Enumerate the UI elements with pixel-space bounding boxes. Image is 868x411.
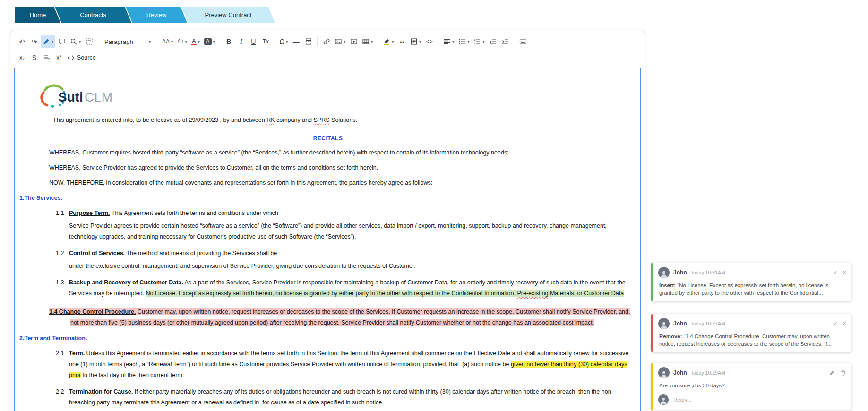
tracked-insertion[interactable]: No License. Except as expressly set fort… bbox=[146, 290, 624, 297]
italic-button[interactable]: I bbox=[235, 35, 247, 48]
comment-text: “No License. Except as expressly set for… bbox=[659, 283, 828, 296]
contract-document: Suti CLM This agreement is entered into,… bbox=[15, 68, 640, 408]
reject-change-button[interactable]: × bbox=[843, 270, 846, 275]
clause-1-1-body: Service Provider agrees to provide certa… bbox=[69, 221, 636, 242]
insert-template-button[interactable]: ▾ bbox=[408, 35, 423, 48]
toolbar-divider bbox=[317, 37, 318, 46]
keyboard-shortcuts-button[interactable] bbox=[517, 35, 529, 48]
whereas-paragraph-2: WHEREAS, Service Provider has agreed to … bbox=[49, 163, 636, 173]
logo-clm-text: CLM bbox=[85, 90, 112, 104]
reject-change-button[interactable]: × bbox=[843, 321, 846, 326]
toolbar-divider bbox=[514, 37, 514, 46]
deleted-clause-title: 1.4 Change Control Procedure. bbox=[49, 308, 136, 315]
block-styles-button[interactable] bbox=[41, 51, 52, 64]
decrease-indent-button[interactable] bbox=[487, 35, 498, 48]
page-break-button[interactable] bbox=[302, 35, 314, 48]
insert-image-button[interactable]: ▾ bbox=[333, 35, 347, 48]
comment-card-insert[interactable]: John Today 10:31AM ✓ × Insert: “No Licen… bbox=[651, 263, 851, 301]
source-button[interactable]: Source bbox=[65, 51, 98, 64]
highlighter-icon bbox=[383, 38, 390, 45]
remove-format-button[interactable]: Tx bbox=[260, 35, 272, 48]
font-size-button[interactable]: A↕▾ bbox=[175, 35, 189, 48]
comment-body: Insert: “No License. Except as expressly… bbox=[659, 282, 846, 297]
now-therefore-paragraph: NOW, THEREFORE, in consideration of the … bbox=[49, 178, 636, 188]
clause-number: 1.1 bbox=[56, 208, 69, 242]
paragraph-style-dropdown[interactable]: Paragraph ▾ bbox=[101, 35, 154, 48]
toolbar-divider bbox=[275, 37, 275, 46]
editor-toolbar: ↶ ↷ ▾ ▾ Paragraph ▾ AA▾ A↕▾ bbox=[10, 30, 645, 67]
font-size-icon: A↕ bbox=[177, 39, 184, 44]
comment-card-question[interactable]: John Today 10:29AM Are you sure ,it is 3… bbox=[651, 363, 851, 411]
clause-title: Purpose Term. bbox=[69, 210, 110, 216]
code-button[interactable]: <> bbox=[423, 35, 435, 48]
text-align-button[interactable]: ▾ bbox=[441, 35, 456, 48]
top-navigation: Home Contracts Review Preview Contract bbox=[15, 7, 275, 23]
bold-button[interactable]: B bbox=[223, 35, 235, 48]
chevron-down-icon: ▾ bbox=[371, 40, 373, 44]
comment-body: Are you sure ,it is 30 days? bbox=[659, 382, 846, 389]
change-type-label: Remove: bbox=[659, 334, 682, 339]
tab-home[interactable]: Home bbox=[15, 7, 60, 23]
tab-review[interactable]: Review bbox=[126, 7, 187, 23]
comment-timestamp: Today 10:27AM bbox=[691, 321, 725, 326]
clause-2-2: 2.2 Termination for Cause. If either par… bbox=[56, 386, 636, 408]
insert-table-button[interactable]: ▾ bbox=[360, 35, 375, 48]
link-button[interactable] bbox=[320, 35, 332, 48]
align-left-icon bbox=[443, 38, 451, 45]
numbered-list-button[interactable]: 12 ▾ bbox=[472, 35, 486, 48]
underline-icon: U bbox=[251, 38, 256, 45]
select-all-icon bbox=[86, 38, 93, 45]
comment-header: John Today 10:27AM ✓ × bbox=[658, 318, 846, 329]
comment-button[interactable] bbox=[56, 35, 68, 48]
svg-text:2: 2 bbox=[474, 42, 475, 45]
document-editing-area[interactable]: Suti CLM This agreement is entered into,… bbox=[14, 68, 641, 411]
comment-author: John bbox=[673, 369, 687, 376]
comment-card-remove[interactable]: John Today 10:27AM ✓ × Remove: “1.4 Chan… bbox=[651, 314, 851, 352]
tab-preview-contract[interactable]: Preview Contract bbox=[181, 7, 275, 23]
select-all-button[interactable] bbox=[83, 35, 95, 48]
insert-media-button[interactable] bbox=[348, 35, 360, 48]
comment-header: John Today 10:31AM ✓ × bbox=[658, 267, 846, 278]
comment-header: John Today 10:29AM bbox=[658, 367, 846, 378]
font-case-button[interactable]: AA▾ bbox=[160, 35, 175, 48]
inserted-text: No License. Except as expressly set fort… bbox=[146, 290, 517, 297]
numbered-list-icon: 12 bbox=[473, 38, 481, 45]
page-break-icon bbox=[305, 38, 312, 45]
tab-review-label: Review bbox=[146, 11, 167, 18]
strikethrough-button[interactable]: S bbox=[28, 51, 40, 64]
track-changes-button[interactable]: ▾ bbox=[41, 35, 55, 48]
underline-button[interactable]: U bbox=[248, 35, 259, 48]
redo-button[interactable]: ↷ bbox=[28, 35, 40, 48]
comment-actions: ✓ × bbox=[833, 270, 846, 275]
reply-input[interactable] bbox=[672, 396, 846, 403]
delete-comment-button[interactable] bbox=[840, 370, 846, 376]
subscript-button[interactable]: x₂ bbox=[16, 51, 28, 64]
find-replace-button[interactable]: ▾ bbox=[68, 35, 83, 48]
increase-indent-button[interactable] bbox=[499, 35, 511, 48]
chevron-down-icon: ▾ bbox=[185, 40, 187, 44]
clause-1-4-deleted[interactable]: 1.4 Change Control Procedure. Customer m… bbox=[49, 307, 636, 328]
clause-lead-text: This Agreement sets forth the terms and … bbox=[110, 210, 278, 216]
tab-contracts[interactable]: Contracts bbox=[55, 7, 131, 23]
comment-author: John bbox=[673, 269, 687, 276]
background-color-button[interactable]: A▾ bbox=[202, 35, 217, 48]
horizontal-line-icon: — bbox=[293, 38, 300, 45]
superscript-button[interactable]: x² bbox=[53, 51, 65, 64]
suticlm-logo: Suti CLM bbox=[38, 81, 113, 108]
block-quote-button[interactable]: “ bbox=[396, 35, 408, 48]
horizontal-line-button[interactable]: — bbox=[290, 35, 302, 48]
font-color-button[interactable]: A▾ bbox=[189, 35, 202, 48]
trash-icon bbox=[840, 370, 846, 376]
accept-change-button[interactable]: ✓ bbox=[833, 321, 838, 326]
special-character-button[interactable]: Ω▾ bbox=[278, 35, 290, 48]
undo-button[interactable]: ↶ bbox=[16, 35, 28, 48]
pen-icon bbox=[43, 38, 50, 45]
accept-change-button[interactable]: ✓ bbox=[833, 270, 838, 275]
highlight-button[interactable]: ▾ bbox=[381, 35, 395, 48]
comment-text: “1.4 Change Control Procedure. Customer … bbox=[659, 334, 832, 347]
edit-comment-button[interactable] bbox=[829, 370, 835, 376]
bulleted-list-button[interactable]: ▾ bbox=[456, 35, 471, 48]
clause-mid-text: that: (a) such notice be bbox=[447, 361, 511, 368]
comment-timestamp: Today 10:31AM bbox=[691, 270, 725, 275]
chevron-down-icon: ▾ bbox=[482, 40, 484, 44]
